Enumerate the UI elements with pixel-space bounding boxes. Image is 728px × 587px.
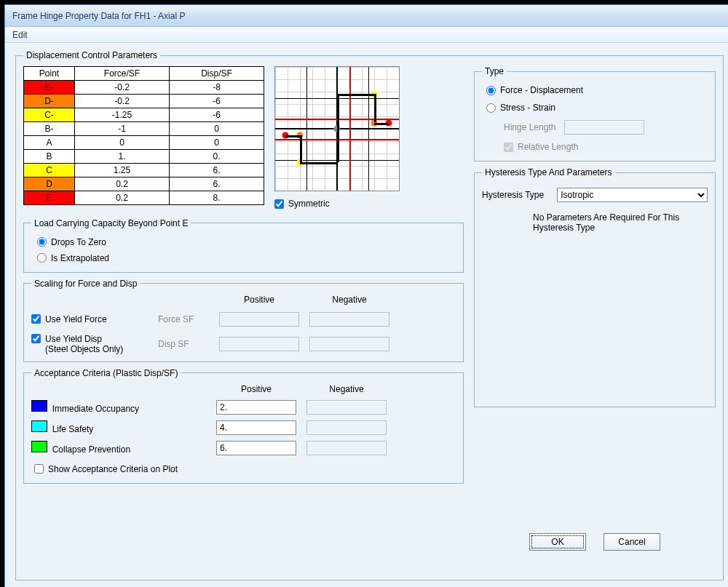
hinge-plot <box>274 66 400 191</box>
group-type: Type Force - Displacement Stress - Strai… <box>474 66 716 161</box>
radio-force-displacement[interactable]: Force - Displacement <box>486 85 708 95</box>
table-row[interactable]: D0.26. <box>24 177 264 191</box>
scaling-positive-header: Positive <box>219 295 299 305</box>
swatch-cp <box>31 441 47 452</box>
window-title: Frame Hinge Property Data for FH1 - Axia… <box>12 11 185 21</box>
radio-is-extrapolated[interactable]: Is Extrapolated <box>37 253 456 263</box>
col-point: Point <box>24 67 75 81</box>
cell-force[interactable]: 1. <box>75 150 170 164</box>
cell-disp[interactable]: -8 <box>170 81 264 95</box>
cell-point[interactable]: B- <box>24 122 75 136</box>
label-force-sf: Force SF <box>158 314 209 324</box>
accept-positive-header: Positive <box>216 384 296 394</box>
group-dcp: Displacement Control Parameters Point Fo… <box>15 50 724 580</box>
label-hysteresis-type: Hysteresis Type <box>482 190 544 200</box>
col-force: Force/SF <box>75 67 170 81</box>
ls-negative <box>306 420 387 435</box>
table-row[interactable]: B--10 <box>24 122 264 136</box>
cell-force[interactable]: 0 <box>75 136 170 150</box>
io-negative <box>306 400 387 415</box>
cp-negative <box>306 441 387 455</box>
accept-negative-header: Negative <box>306 384 387 394</box>
menubar[interactable]: Edit <box>5 27 728 43</box>
table-row[interactable]: C1.256. <box>24 164 264 177</box>
cell-force[interactable]: 0.2 <box>75 191 170 205</box>
table-row[interactable]: D--0.2-6 <box>24 95 264 108</box>
cell-disp[interactable]: -6 <box>170 108 264 122</box>
cell-point[interactable]: D- <box>24 95 75 108</box>
table-row[interactable]: B1.0. <box>24 150 264 164</box>
cell-disp[interactable]: 6. <box>170 164 264 177</box>
cell-disp[interactable]: 0 <box>170 136 264 150</box>
cell-disp[interactable]: 0. <box>170 150 264 164</box>
label-hinge-length: Hinge Length <box>504 122 555 132</box>
chk-use-yield-force[interactable]: Use Yield Force <box>31 314 148 324</box>
group-load-capacity: Load Carrying Capacity Beyond Point E Dr… <box>23 218 464 273</box>
radio-drops-to-zero[interactable]: Drops To Zero <box>37 237 456 247</box>
cell-disp[interactable]: 0 <box>170 122 264 136</box>
table-row[interactable]: A00 <box>24 136 264 150</box>
cell-force[interactable]: -0.2 <box>75 95 170 108</box>
chk-use-yield-disp[interactable]: Use Yield Disp (Steel Objects Only) <box>31 334 148 354</box>
symmetric-checkbox[interactable]: Symmetric <box>274 199 330 209</box>
table-row[interactable]: E0.28. <box>24 191 264 205</box>
force-sf-negative <box>309 312 389 327</box>
group-dcp-legend: Displacement Control Parameters <box>23 50 160 60</box>
hinge-table[interactable]: Point Force/SF Disp/SF E--0.2-8D--0.2-6C… <box>23 66 264 205</box>
cell-force[interactable]: -0.2 <box>75 81 170 95</box>
symmetric-input[interactable] <box>274 199 284 209</box>
cp-positive[interactable] <box>216 441 296 455</box>
scaling-negative-header: Negative <box>309 295 389 305</box>
cell-disp[interactable]: -6 <box>170 95 264 108</box>
cell-disp[interactable]: 6. <box>170 177 264 191</box>
table-row[interactable]: E--0.2-8 <box>24 81 264 95</box>
group-hysteresis: Hysteresis Type And Parameters Hysteresi… <box>474 167 716 407</box>
disp-sf-negative <box>309 337 389 351</box>
table-row[interactable]: C--1.25-6 <box>24 108 264 122</box>
client-area: Displacement Control Parameters Point Fo… <box>5 43 728 587</box>
cell-point[interactable]: C- <box>24 108 75 122</box>
radio-stress-strain[interactable]: Stress - Strain <box>486 103 708 113</box>
chk-relative-length: Relative Length <box>504 142 708 152</box>
cell-force[interactable]: 0.2 <box>75 177 170 191</box>
chk-show-acceptance-on-plot[interactable]: Show Acceptance Criteria on Plot <box>34 464 178 474</box>
io-positive[interactable] <box>216 400 296 415</box>
cancel-button[interactable]: Cancel <box>604 533 660 551</box>
cell-force[interactable]: -1 <box>75 122 170 136</box>
col-disp: Disp/SF <box>170 67 264 81</box>
cell-point[interactable]: E- <box>24 81 75 95</box>
disp-sf-positive <box>219 337 299 351</box>
hysteresis-note: No Parameters Are Required For This Hyst… <box>533 212 708 233</box>
swatch-ls <box>31 420 47 432</box>
cell-disp[interactable]: 8. <box>170 191 264 205</box>
group-acceptance: Acceptance Criteria (Plastic Disp/SF) Po… <box>23 368 464 484</box>
swatch-io <box>31 400 47 412</box>
cell-point[interactable]: D <box>24 177 75 191</box>
cell-point[interactable]: A <box>24 136 75 150</box>
label-disp-sf: Disp SF <box>158 339 209 349</box>
ok-button[interactable]: OK <box>529 533 586 551</box>
cell-point[interactable]: B <box>24 150 75 164</box>
force-sf-positive <box>219 312 299 327</box>
menu-edit[interactable]: Edit <box>12 30 28 40</box>
cell-force[interactable]: -1.25 <box>75 108 170 122</box>
titlebar: Frame Hinge Property Data for FH1 - Axia… <box>5 5 728 27</box>
cell-force[interactable]: 1.25 <box>75 164 170 177</box>
hysteresis-type-select[interactable]: Isotropic <box>557 188 708 202</box>
ls-positive[interactable] <box>216 420 296 435</box>
cell-point[interactable]: E <box>24 191 75 205</box>
cell-point[interactable]: C <box>24 164 75 177</box>
dialog-window: Frame Hinge Property Data for FH1 - Axia… <box>4 4 728 587</box>
group-scaling: Scaling for Force and Disp Positive Nega… <box>23 279 464 362</box>
hinge-length-input <box>564 120 644 135</box>
